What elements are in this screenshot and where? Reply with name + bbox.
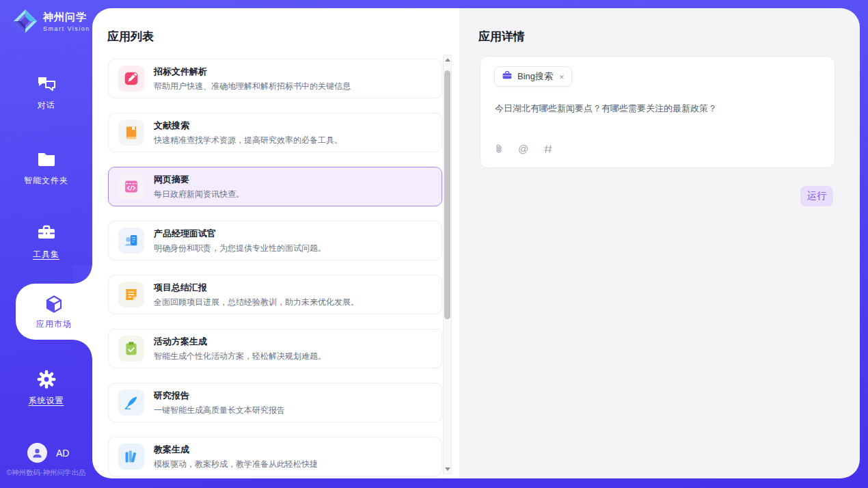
composer-toolbar: @ [493, 143, 554, 154]
run-button[interactable]: 运行 [800, 186, 833, 206]
app-card-description: 每日政府新闻资讯快查。 [154, 189, 244, 200]
user-chip[interactable]: AD [27, 443, 69, 463]
brand-subtitle: Smart Vision [43, 25, 90, 32]
scroll-down-icon[interactable] [444, 465, 451, 474]
app-card-description: 智能生成个性化活动方案，轻松解决规划难题。 [154, 351, 326, 362]
interviewer-icon [118, 228, 144, 254]
toolbox-icon [36, 223, 57, 243]
sidebar-item-系统设置[interactable]: 系统设置 [0, 369, 92, 407]
sidebar-item-label: 系统设置 [29, 395, 64, 407]
briefcase-icon [502, 70, 513, 83]
app-window: 神州问学 Smart Vision 对话智能文件夹工具集应用市场系统设置 AD … [0, 0, 868, 488]
scrollbar-thumb[interactable] [444, 70, 450, 319]
app-card-title: 活动方案生成 [154, 336, 326, 348]
app-card-description: 全面回顾项目进展，总结经验教训，助力未来优化发展。 [154, 297, 359, 308]
sidebar-item-label: 工具集 [33, 249, 59, 260]
sidebar-item-label: 对话 [38, 100, 55, 111]
query-composer[interactable]: Bing搜索 × 今日湖北有哪些新闻要点？有哪些需要关注的最新政策？ @ [480, 56, 835, 168]
app-card-list: 招标文件解析帮助用户快速、准确地理解和解析招标书中的关键信息文献搜索快速精准查找… [108, 59, 442, 478]
gear-icon [36, 369, 57, 390]
app-card-产品经理面试官[interactable]: 产品经理面试官明确身份和职责，为您提供专业性的面试问题。 [108, 221, 442, 260]
copyright-text: ©神州数码·神州问学出品 [0, 468, 92, 478]
app-card-description: 帮助用户快速、准确地理解和解析招标书中的关键信息 [154, 81, 351, 92]
app-card-title: 招标文件解析 [154, 66, 351, 78]
app-detail-title: 应用详情 [478, 29, 525, 44]
app-card-教案生成[interactable]: 教案生成模板驱动，教案秒成，教学准备从此轻松快捷 [108, 437, 442, 476]
app-card-description: 模板驱动，教案秒成，教学准备从此轻松快捷 [154, 459, 318, 470]
pencil-square-icon [118, 66, 144, 92]
app-card-title: 网页摘要 [154, 174, 244, 186]
sidebar-item-label: 应用市场 [36, 318, 72, 330]
browser-code-icon [118, 174, 144, 200]
user-name: AD [56, 448, 69, 459]
gem-logo-icon [12, 8, 38, 34]
query-text[interactable]: 今日湖北有哪些新闻要点？有哪些需要关注的最新政策？ [495, 102, 822, 116]
app-card-招标文件解析[interactable]: 招标文件解析帮助用户快速、准确地理解和解析招标书中的关键信息 [108, 59, 442, 98]
app-card-title: 产品经理面试官 [154, 228, 326, 240]
sidebar-item-工具集[interactable]: 工具集 [0, 223, 92, 260]
cube-icon [44, 294, 64, 314]
folder-icon [36, 149, 57, 170]
quill-icon [118, 390, 144, 416]
scrollbar[interactable] [443, 55, 452, 474]
app-card-项目总结汇报[interactable]: 项目总结汇报全面回顾项目进展，总结经验教训，助力未来优化发展。 [108, 275, 442, 314]
hash-icon[interactable] [542, 143, 554, 154]
app-detail-panel: 应用详情 Bing搜索 × 今日湖北有哪些新闻要点？有哪些需要关注的最新政策？ … [459, 8, 860, 478]
app-card-description: 明确身份和职责，为您提供专业性的面试问题。 [154, 243, 326, 254]
book-icon [118, 120, 144, 146]
tool-tag-label: Bing搜索 [517, 70, 553, 83]
sidebar-item-应用市场[interactable]: 应用市场 [16, 284, 92, 340]
app-card-description: 一键智能生成高质量长文本研究报告 [154, 405, 285, 416]
sidebar-item-label: 智能文件夹 [24, 175, 68, 187]
close-icon[interactable]: × [559, 72, 565, 81]
app-list-panel: 应用列表 招标文件解析帮助用户快速、准确地理解和解析招标书中的关键信息文献搜索快… [92, 8, 459, 478]
app-card-研究报告[interactable]: 研究报告一键智能生成高质量长文本研究报告 [108, 383, 442, 422]
chat-icon [36, 74, 57, 94]
brand-logo: 神州问学 Smart Vision [12, 8, 90, 34]
sidebar: 神州问学 Smart Vision 对话智能文件夹工具集应用市场系统设置 AD … [0, 0, 92, 488]
scroll-up-icon[interactable] [444, 55, 451, 64]
app-card-title: 文献搜索 [154, 120, 342, 132]
sidebar-item-对话[interactable]: 对话 [0, 74, 92, 111]
user-icon [27, 443, 47, 463]
paperclip-icon[interactable] [493, 143, 504, 154]
sidebar-item-智能文件夹[interactable]: 智能文件夹 [0, 149, 92, 187]
clipboard-check-icon [118, 336, 144, 362]
app-list-title: 应用列表 [107, 29, 154, 44]
at-icon[interactable]: @ [517, 143, 529, 154]
app-card-description: 快速精准查找学术资源，提高研究效率的必备工具。 [154, 135, 342, 146]
app-card-title: 项目总结汇报 [154, 282, 359, 294]
app-card-文献搜索[interactable]: 文献搜索快速精准查找学术资源，提高研究效率的必备工具。 [108, 113, 442, 152]
tool-tag-bing[interactable]: Bing搜索 × [494, 66, 572, 87]
books-icon [118, 444, 144, 470]
app-card-网页摘要[interactable]: 网页摘要每日政府新闻资讯快查。 [108, 167, 442, 206]
app-card-title: 研究报告 [154, 390, 285, 402]
memo-icon [118, 282, 144, 308]
app-card-活动方案生成[interactable]: 活动方案生成智能生成个性化活动方案，轻松解决规划难题。 [108, 329, 442, 368]
app-card-title: 教案生成 [154, 444, 318, 456]
brand-name: 神州问学 [43, 11, 90, 24]
